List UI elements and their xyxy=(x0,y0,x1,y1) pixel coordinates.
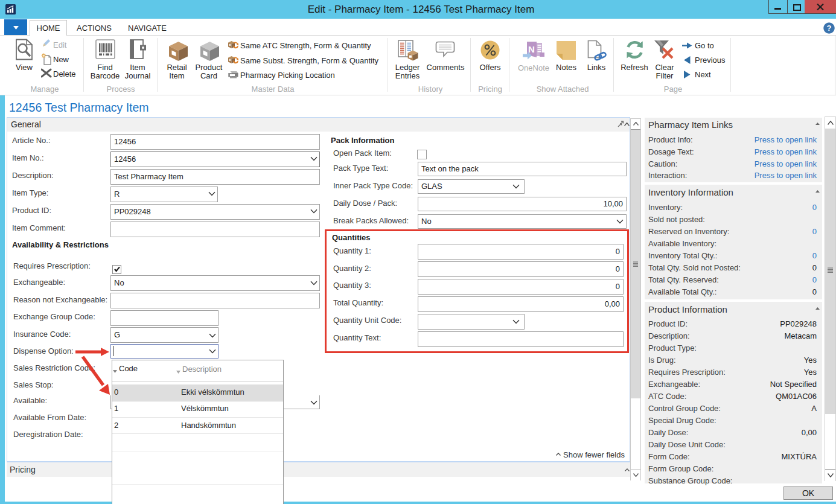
svg-text:?: ? xyxy=(827,24,832,33)
svg-text:N: N xyxy=(528,44,535,54)
